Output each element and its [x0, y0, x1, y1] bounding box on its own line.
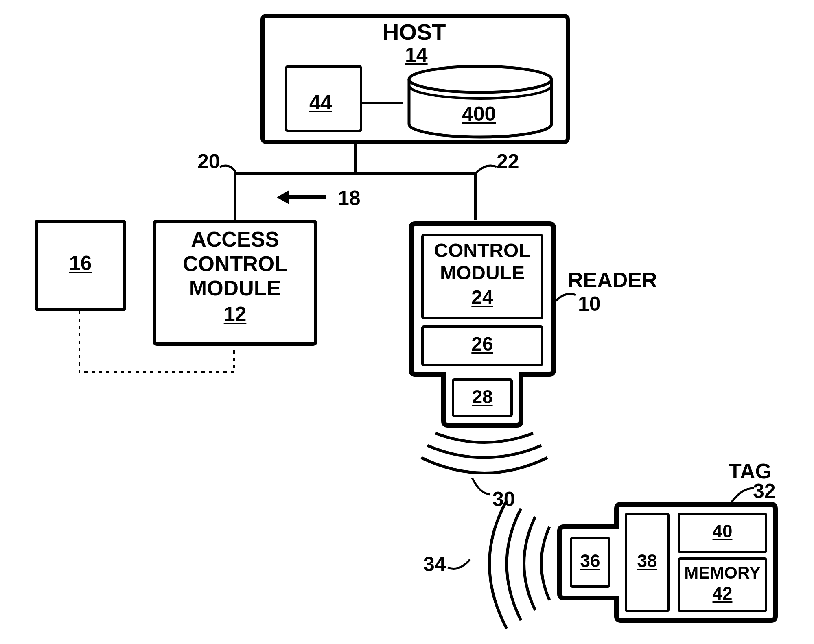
acm-title-1: ACCESS: [153, 228, 317, 251]
reader-cm-ref: 24: [421, 287, 543, 308]
ref-22: 22: [497, 151, 519, 173]
tag-waves: [472, 494, 562, 633]
tag-block-40-ref: 40: [678, 522, 767, 541]
ref-20-leader: [220, 163, 244, 179]
tag-memory-ref: 42: [678, 584, 767, 603]
reader-block-28-ref: 28: [452, 386, 513, 407]
host-44-db-link: [362, 102, 403, 104]
reader-10-leader: [554, 291, 578, 307]
ref-34: 34: [423, 553, 446, 576]
host-title: HOST: [383, 20, 446, 45]
host-reader-down: [474, 172, 477, 220]
ref-34-leader: [448, 557, 476, 574]
reader-outside-label: READER: [568, 269, 657, 292]
host-branch-h: [234, 172, 477, 175]
ref-18: 18: [338, 187, 361, 210]
host-block-44-ref: 44: [309, 92, 332, 114]
reader-outside-ref: 10: [578, 293, 601, 315]
dotted-16-acm: [79, 311, 242, 380]
acm-title-3: MODULE: [153, 277, 317, 300]
reader-cm-line1: CONTROL: [421, 240, 543, 262]
acm-title-2: CONTROL: [153, 252, 317, 275]
ref-20: 20: [197, 151, 220, 173]
reader-cm-line2: MODULE: [421, 262, 543, 284]
host-down-stem: [354, 144, 357, 172]
block-16-ref: 16: [35, 252, 126, 275]
db-ref: 400: [462, 103, 496, 125]
svg-marker-2: [277, 190, 289, 204]
reader-block-26-ref: 26: [421, 334, 543, 355]
host-acm-down: [234, 172, 236, 220]
tag-outside-ref: 32: [753, 480, 776, 502]
tag-block-38-ref: 38: [625, 551, 670, 571]
svg-point-0: [409, 66, 551, 92]
tag-block-36-ref: 36: [570, 551, 610, 571]
ref-22-leader: [474, 163, 499, 179]
arrow-18: [277, 187, 330, 207]
tag-memory-label: MEMORY: [678, 563, 767, 582]
